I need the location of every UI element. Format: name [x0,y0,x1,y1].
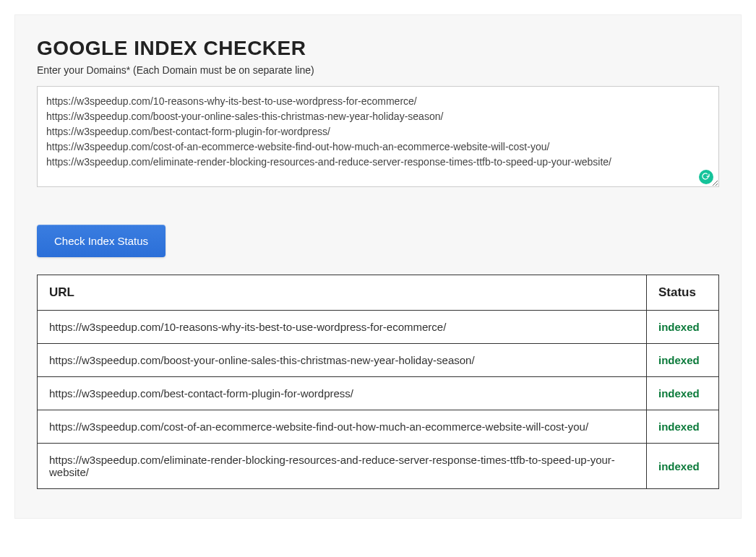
status-cell: indexed [647,377,719,410]
check-index-status-button[interactable]: Check Index Status [37,225,166,257]
url-cell: https://w3speedup.com/boost-your-online-… [38,344,647,377]
status-cell: indexed [647,311,719,344]
main-panel: GOOGLE INDEX CHECKER Enter your Domains*… [14,14,742,519]
table-row: https://w3speedup.com/cost-of-an-ecommer… [38,410,719,444]
table-row: https://w3speedup.com/eliminate-render-b… [38,444,719,489]
header-url: URL [38,275,647,311]
url-cell: https://w3speedup.com/eliminate-render-b… [38,444,647,489]
header-status: Status [647,275,719,311]
status-cell: indexed [647,344,719,377]
table-row: https://w3speedup.com/10-reasons-why-its… [38,311,719,344]
page-title: GOOGLE INDEX CHECKER [37,37,719,60]
url-cell: https://w3speedup.com/cost-of-an-ecommer… [38,410,647,444]
domains-input[interactable] [37,86,719,187]
url-cell: https://w3speedup.com/best-contact-form-… [38,377,647,410]
table-row: https://w3speedup.com/boost-your-online-… [38,344,719,377]
textarea-wrapper [37,86,719,190]
status-cell: indexed [647,410,719,444]
subtitle: Enter your Domains* (Each Domain must be… [37,64,719,76]
results-table: URL Status https://w3speedup.com/10-reas… [37,275,719,489]
status-cell: indexed [647,444,719,489]
table-row: https://w3speedup.com/best-contact-form-… [38,377,719,410]
table-header-row: URL Status [38,275,719,311]
url-cell: https://w3speedup.com/10-reasons-why-its… [38,311,647,344]
